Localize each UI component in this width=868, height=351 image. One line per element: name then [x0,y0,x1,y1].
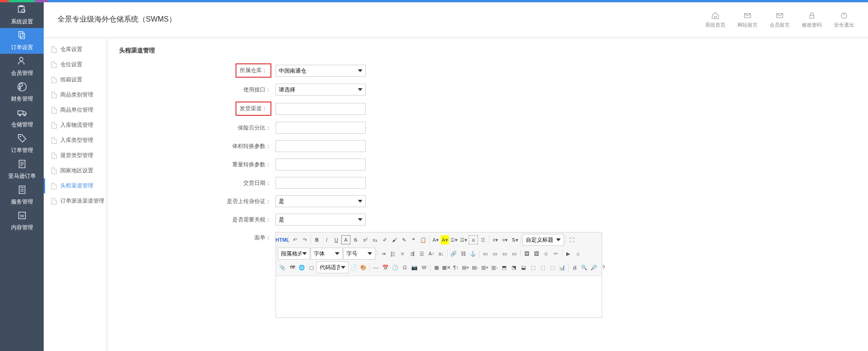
rowspacetop-icon[interactable]: ≡▾ [491,235,500,244]
gmap-icon[interactable]: 🌐 [297,263,306,272]
sidebar-item-amazon[interactable]: 亚马逊订单 [0,157,44,182]
subscript-icon[interactable]: x₂ [370,235,379,244]
img-none-icon[interactable]: ▭ [510,249,519,258]
select-codelang[interactable]: 代码语言 [316,261,349,273]
help-icon[interactable]: ? [599,263,608,272]
img-right-icon[interactable]: ▭ [490,249,500,258]
img-left-icon[interactable]: ▭ [481,249,490,258]
pasteplain-icon[interactable]: 📋 [419,235,428,244]
select-font[interactable]: 字体 [310,248,343,260]
submenu-warehouse[interactable]: 仓库设置 [44,42,106,57]
time-icon[interactable]: 🕐 [391,263,400,272]
wordimage-icon[interactable]: W [420,263,429,272]
deleterow-icon[interactable]: ▤- [471,263,480,272]
print-icon[interactable]: 🖨 [570,263,579,272]
editor-textarea[interactable] [276,276,602,317]
submenu-location[interactable]: 仓位设置 [44,57,106,72]
autotype-icon[interactable]: ✎ [399,235,408,244]
submenu-carton[interactable]: 纸箱设置 [44,72,106,87]
splitrows-icon[interactable]: ⬚ [538,263,547,272]
deletecol-icon[interactable]: ▥- [490,263,499,272]
deletetable-icon[interactable]: ▦✕ [442,263,451,272]
input-weight[interactable] [276,159,366,170]
indent-icon[interactable]: ⇥ [379,249,388,258]
align-left-icon[interactable]: ⬱ [388,249,397,258]
simpleupload-icon[interactable]: 🖼 [522,249,531,258]
select-size[interactable]: 字号 [343,248,375,260]
touppercase-icon[interactable]: A↑ [427,249,436,258]
spechars-icon[interactable]: Ω [400,263,409,272]
header-link-member-msg[interactable]: 会员留言 [770,11,790,28]
mergecells-icon[interactable]: ⬒ [500,263,509,272]
header-link-logout[interactable]: 安全退出 [834,11,854,28]
sidebar-item-members[interactable]: 会员管理 [0,54,44,79]
sidebar-item-finance[interactable]: 财务管理 [0,79,44,105]
bold-icon[interactable]: B [312,235,322,244]
sidebar-item-content[interactable]: W 内容管理 [0,208,44,234]
select-api[interactable]: 请选择 [276,84,366,96]
sidebar-item-service[interactable]: 服务管理 [0,182,44,208]
date-icon[interactable]: 📅 [381,263,390,272]
underline-icon[interactable]: U [332,235,341,244]
splitcols-icon[interactable]: ⬚ [548,263,557,272]
blockquote-icon[interactable]: ❝ [409,235,418,244]
insertrow-icon[interactable]: ▤+ [461,263,470,272]
select-heading[interactable]: 自定义标题 [523,234,564,246]
select-warehouse[interactable]: 中国南通仓 [276,65,366,77]
charts-icon[interactable]: 📊 [558,263,567,272]
submenu-delivery-channel[interactable]: 订单派送渠道管理 [44,193,106,209]
rowspacebottom-icon[interactable]: ≡▾ [500,235,510,244]
sidebar-item-order-settings[interactable]: 订单设置 [0,28,44,54]
strike-icon[interactable]: S [351,235,360,244]
insertvideo-icon[interactable]: ▶ [563,249,573,258]
submenu-unit[interactable]: 商品单位管理 [44,102,106,118]
attachment-icon[interactable]: 📎 [278,263,287,272]
unlink-icon[interactable]: ⛓ [459,249,468,258]
emoticon-icon[interactable]: ☺ [541,249,551,258]
align-justify-icon[interactable]: ☰ [417,249,426,258]
music-icon[interactable]: ♫ [573,249,582,258]
splitcells-icon[interactable]: ⬚ [529,263,538,272]
mergeright-icon[interactable]: ⬔ [509,263,518,272]
input-insurance[interactable] [276,122,366,134]
header-link-password[interactable]: 修改密码 [802,11,822,28]
insertframe-icon[interactable]: ▢ [307,263,316,272]
redo-icon[interactable]: ↷ [300,235,309,244]
insert-ol-icon[interactable]: ☰▾ [449,235,459,244]
undo-icon[interactable]: ↶ [290,235,299,244]
insertimage-icon[interactable]: 🖼 [532,249,541,258]
mergedown-icon[interactable]: ⬓ [519,263,528,272]
select-tariff[interactable]: 是 [276,214,366,226]
template-icon[interactable]: 📄 [349,263,358,272]
inserttable-icon[interactable]: ▦ [432,263,441,272]
submenu-inbound-type[interactable]: 入库类型管理 [44,133,106,148]
select-paragraph[interactable]: 段落格式 [278,248,310,260]
img-center-icon[interactable]: ▭ [500,249,509,258]
editor-btn-html[interactable]: HTML [278,235,287,244]
fullscreen-icon[interactable]: ⛶ [567,235,576,244]
cleardoc-icon[interactable]: 🗋 [478,235,488,244]
superscript-icon[interactable]: x² [361,235,370,244]
sidebar-item-orders[interactable]: 订单管理 [0,131,44,157]
italic-icon[interactable]: I [322,235,331,244]
scrawl-icon[interactable]: ✏ [551,249,560,258]
input-delivery[interactable] [276,177,366,189]
submenu-firstleg-channel[interactable]: 头程渠道管理 [44,178,106,193]
header-link-site-msg[interactable]: 网站留言 [737,11,758,28]
select-idcard[interactable]: 是 [276,195,366,207]
header-link-home[interactable]: 系统首页 [705,11,725,28]
submenu-inbound-logistics[interactable]: 入库物流管理 [44,118,106,133]
lineheight-icon[interactable]: ⇅▾ [510,235,519,244]
insertparagraphbefore-icon[interactable]: ¶↑ [451,263,460,272]
tolowercase-icon[interactable]: a↓ [437,249,446,258]
align-center-icon[interactable]: ≡ [398,249,407,258]
input-volume[interactable] [276,140,366,152]
link-icon[interactable]: 🔗 [449,249,458,258]
background-icon[interactable]: 🎨 [359,263,368,272]
eraser-icon[interactable]: ✐ [380,235,389,244]
insertcol-icon[interactable]: ▥+ [480,263,489,272]
snapscreen-icon[interactable]: 📷 [410,263,419,272]
format-brush-icon[interactable]: 🖌 [390,235,399,244]
anchor-icon[interactable]: ⚓ [468,249,477,258]
selectall-icon[interactable]: a [469,235,478,244]
